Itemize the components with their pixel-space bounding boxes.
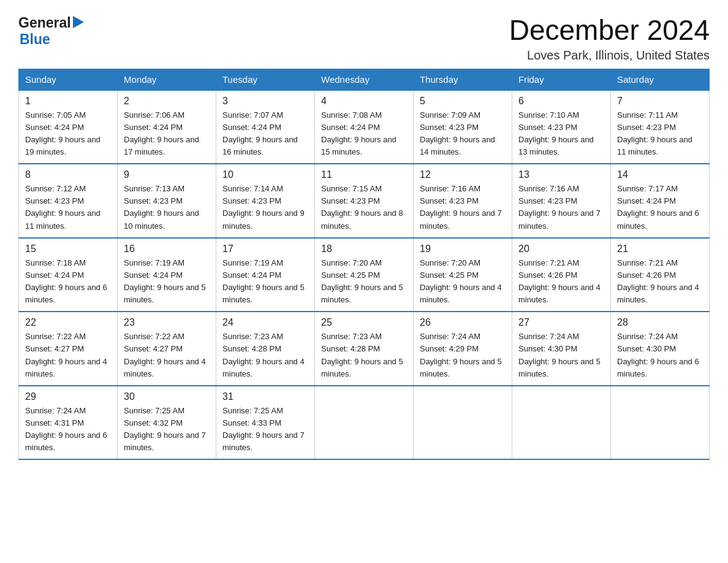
table-row: 22 Sunrise: 7:22 AMSunset: 4:27 PMDaylig… [19,312,118,386]
table-row: 20 Sunrise: 7:21 AMSunset: 4:26 PMDaylig… [512,238,611,312]
day-number: 24 [222,317,308,328]
table-row: 14 Sunrise: 7:17 AMSunset: 4:24 PMDaylig… [611,164,710,238]
table-row: 25 Sunrise: 7:23 AMSunset: 4:28 PMDaylig… [315,312,414,386]
col-sunday: Sunday [19,69,118,90]
table-row: 3 Sunrise: 7:07 AMSunset: 4:24 PMDayligh… [216,90,315,164]
day-number: 18 [321,243,407,255]
day-info: Sunrise: 7:09 AMSunset: 4:23 PMDaylight:… [420,110,495,156]
table-row: 1 Sunrise: 7:05 AMSunset: 4:24 PMDayligh… [19,90,118,164]
calendar-week-row: 15 Sunrise: 7:18 AMSunset: 4:24 PMDaylig… [19,238,710,312]
day-number: 12 [420,169,506,180]
table-row: 30 Sunrise: 7:25 AMSunset: 4:32 PMDaylig… [118,386,216,460]
day-info: Sunrise: 7:21 AMSunset: 4:26 PMDaylight:… [617,258,699,304]
table-row: 26 Sunrise: 7:24 AMSunset: 4:29 PMDaylig… [414,312,512,386]
col-saturday: Saturday [611,69,710,90]
day-number: 5 [420,96,506,107]
day-info: Sunrise: 7:23 AMSunset: 4:28 PMDaylight:… [321,332,403,378]
day-number: 29 [25,391,111,402]
table-row: 16 Sunrise: 7:19 AMSunset: 4:24 PMDaylig… [118,238,216,312]
day-number: 9 [124,169,210,180]
day-info: Sunrise: 7:24 AMSunset: 4:30 PMDaylight:… [518,332,601,378]
day-info: Sunrise: 7:18 AMSunset: 4:24 PMDaylight:… [25,258,107,304]
day-info: Sunrise: 7:06 AMSunset: 4:24 PMDaylight:… [124,110,199,156]
day-number: 14 [617,169,703,180]
table-row: 6 Sunrise: 7:10 AMSunset: 4:23 PMDayligh… [512,90,611,164]
day-number: 17 [222,243,308,255]
table-row: 5 Sunrise: 7:09 AMSunset: 4:23 PMDayligh… [414,90,512,164]
table-row [611,386,710,460]
table-row: 2 Sunrise: 7:06 AMSunset: 4:24 PMDayligh… [118,90,216,164]
col-monday: Monday [118,69,216,90]
day-number: 11 [321,169,407,180]
day-info: Sunrise: 7:13 AMSunset: 4:23 PMDaylight:… [124,184,199,230]
table-row: 19 Sunrise: 7:20 AMSunset: 4:25 PMDaylig… [414,238,512,312]
day-info: Sunrise: 7:16 AMSunset: 4:23 PMDaylight:… [420,184,502,230]
day-info: Sunrise: 7:25 AMSunset: 4:33 PMDaylight:… [222,406,305,452]
day-info: Sunrise: 7:14 AMSunset: 4:23 PMDaylight:… [222,184,305,230]
calendar-table: Sunday Monday Tuesday Wednesday Thursday… [18,69,710,461]
day-info: Sunrise: 7:24 AMSunset: 4:30 PMDaylight:… [617,332,699,378]
table-row: 29 Sunrise: 7:24 AMSunset: 4:31 PMDaylig… [19,386,118,460]
logo-arrow-icon [73,16,84,31]
table-row [414,386,512,460]
table-row: 27 Sunrise: 7:24 AMSunset: 4:30 PMDaylig… [512,312,611,386]
day-info: Sunrise: 7:17 AMSunset: 4:24 PMDaylight:… [617,184,699,230]
day-number: 22 [25,317,111,328]
day-info: Sunrise: 7:12 AMSunset: 4:23 PMDaylight:… [25,184,100,230]
logo-blue-text: Blue [20,31,50,47]
logo: General Blue [18,15,84,48]
day-info: Sunrise: 7:08 AMSunset: 4:24 PMDaylight:… [321,110,396,156]
month-title: December 2024 [509,15,710,46]
day-number: 28 [617,317,703,328]
col-thursday: Thursday [414,69,512,90]
day-info: Sunrise: 7:20 AMSunset: 4:25 PMDaylight:… [321,258,403,304]
day-number: 31 [222,391,308,402]
table-row: 17 Sunrise: 7:19 AMSunset: 4:24 PMDaylig… [216,238,315,312]
table-row: 4 Sunrise: 7:08 AMSunset: 4:24 PMDayligh… [315,90,414,164]
day-number: 25 [321,317,407,328]
table-row [315,386,414,460]
table-row: 11 Sunrise: 7:15 AMSunset: 4:23 PMDaylig… [315,164,414,238]
day-info: Sunrise: 7:20 AMSunset: 4:25 PMDaylight:… [420,258,502,304]
col-wednesday: Wednesday [315,69,414,90]
table-row: 13 Sunrise: 7:16 AMSunset: 4:23 PMDaylig… [512,164,611,238]
table-row: 9 Sunrise: 7:13 AMSunset: 4:23 PMDayligh… [118,164,216,238]
day-number: 30 [124,391,210,402]
day-number: 13 [518,169,604,180]
table-row [512,386,611,460]
table-row: 28 Sunrise: 7:24 AMSunset: 4:30 PMDaylig… [611,312,710,386]
day-number: 16 [124,243,210,255]
day-info: Sunrise: 7:10 AMSunset: 4:23 PMDaylight:… [518,110,594,156]
table-row: 12 Sunrise: 7:16 AMSunset: 4:23 PMDaylig… [414,164,512,238]
day-number: 23 [124,317,210,328]
table-row: 7 Sunrise: 7:11 AMSunset: 4:23 PMDayligh… [611,90,710,164]
calendar-week-row: 29 Sunrise: 7:24 AMSunset: 4:31 PMDaylig… [19,386,710,460]
table-row: 8 Sunrise: 7:12 AMSunset: 4:23 PMDayligh… [19,164,118,238]
col-tuesday: Tuesday [216,69,315,90]
day-number: 27 [518,317,604,328]
day-number: 8 [25,169,111,180]
day-number: 15 [25,243,111,255]
day-number: 20 [518,243,604,255]
day-info: Sunrise: 7:23 AMSunset: 4:28 PMDaylight:… [222,332,305,378]
day-info: Sunrise: 7:22 AMSunset: 4:27 PMDaylight:… [124,332,206,378]
day-number: 26 [420,317,506,328]
day-number: 19 [420,243,506,255]
day-info: Sunrise: 7:22 AMSunset: 4:27 PMDaylight:… [25,332,107,378]
calendar-header-row: Sunday Monday Tuesday Wednesday Thursday… [19,69,710,90]
table-row: 10 Sunrise: 7:14 AMSunset: 4:23 PMDaylig… [216,164,315,238]
day-info: Sunrise: 7:19 AMSunset: 4:24 PMDaylight:… [124,258,206,304]
table-row: 15 Sunrise: 7:18 AMSunset: 4:24 PMDaylig… [19,238,118,312]
day-info: Sunrise: 7:19 AMSunset: 4:24 PMDaylight:… [222,258,305,304]
day-number: 10 [222,169,308,180]
day-info: Sunrise: 7:16 AMSunset: 4:23 PMDaylight:… [518,184,601,230]
day-info: Sunrise: 7:07 AMSunset: 4:24 PMDaylight:… [222,110,298,156]
calendar-week-row: 1 Sunrise: 7:05 AMSunset: 4:24 PMDayligh… [19,90,710,164]
calendar-week-row: 22 Sunrise: 7:22 AMSunset: 4:27 PMDaylig… [19,312,710,386]
day-number: 21 [617,243,703,255]
table-row: 21 Sunrise: 7:21 AMSunset: 4:26 PMDaylig… [611,238,710,312]
day-info: Sunrise: 7:21 AMSunset: 4:26 PMDaylight:… [518,258,601,304]
table-row: 18 Sunrise: 7:20 AMSunset: 4:25 PMDaylig… [315,238,414,312]
day-number: 4 [321,96,407,107]
location-subtitle: Loves Park, Illinois, United States [509,48,710,63]
